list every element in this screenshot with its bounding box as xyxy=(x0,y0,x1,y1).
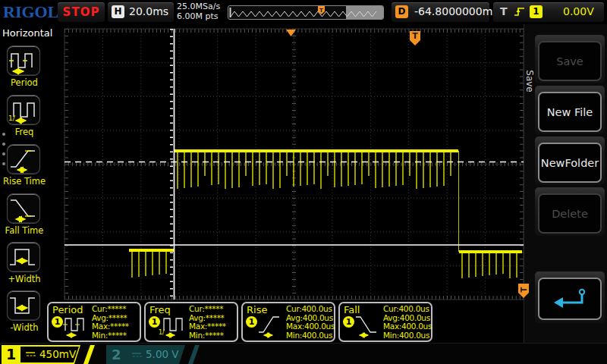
back-button[interactable] xyxy=(538,278,602,320)
freq-icon: 1/ xyxy=(158,311,188,341)
coupling-icon xyxy=(131,351,143,359)
measurement-box-freq: Freq 1 1/ Cur:***** Avg:***** Max:***** … xyxy=(144,302,238,342)
delay-group: D -64.8000000ms xyxy=(392,2,489,22)
fall-time-icon[interactable] xyxy=(7,193,40,224)
page-dot xyxy=(2,133,5,136)
sidebar-item-rise-time[interactable]: Rise Time xyxy=(0,144,49,191)
d-badge: D xyxy=(395,5,408,18)
plus-width-icon[interactable] xyxy=(7,242,40,272)
measurement-stats: Cur:***** Avg:***** Max:***** Min:***** xyxy=(189,305,239,340)
channel-1-status: 1 450mV xyxy=(2,345,100,364)
save-button[interactable]: Save xyxy=(538,41,602,81)
sidebar-item-period[interactable]: Period xyxy=(0,46,49,93)
measurement-box-rise: Rise 1 Cur:400.0us Avg:400.0us Max:400.0… xyxy=(241,302,335,342)
measure-sidebar: Horizontal Period 1/ Freq xyxy=(0,24,49,343)
waveform-thumbnail[interactable]: T xyxy=(228,5,384,20)
measurement-box-period: Period 1 Cur:***** Avg:***** Max:***** M… xyxy=(47,302,141,342)
ch1-waveform xyxy=(129,151,522,278)
trigger-slope-icon xyxy=(513,5,527,18)
measurement-stats: Cur:400.0us Avg:400.0us Max:400.0us Min:… xyxy=(383,305,433,340)
rigol-logo: RIGOL xyxy=(3,2,58,22)
run-state-indicator[interactable]: STOP xyxy=(58,2,105,22)
timebase-value: 20.0ms xyxy=(129,5,168,17)
sample-rate: 25.0MSa/s xyxy=(177,2,220,11)
channel-1-number: 1 xyxy=(6,346,16,362)
sidebar-item-freq[interactable]: 1/ Freq xyxy=(0,95,49,142)
minus-width-icon[interactable] xyxy=(7,290,40,321)
delete-button[interactable]: Delete xyxy=(538,193,602,234)
thumbnail-trigger-marker-icon: T xyxy=(318,6,325,14)
channel-1-scale: 450mV xyxy=(39,348,76,360)
measurement-box-fall: Fall 1 Cur:400.0us Avg:400.0us Max:400.0… xyxy=(338,302,432,342)
top-status-bar: RIGOL STOP H 20.0ms 25.0MSa/s 6.00M pts … xyxy=(0,0,607,24)
svg-text:T: T xyxy=(412,31,418,41)
svg-text:1/: 1/ xyxy=(8,115,16,122)
rise-time-icon[interactable] xyxy=(7,144,40,174)
channel-status-bar: 1 450mV 2 5.00 V xyxy=(0,343,607,364)
channel-2-stripe xyxy=(188,345,200,364)
fall-icon xyxy=(352,311,382,341)
rise-icon xyxy=(255,311,285,341)
memory-depth: 6.00M pts xyxy=(177,11,220,21)
h-badge: H xyxy=(112,5,124,18)
measurement-stats: Cur:***** Avg:***** Max:***** Min:***** xyxy=(92,305,142,340)
acquisition-info: 25.0MSa/s 6.00M pts xyxy=(177,2,220,21)
page-dot xyxy=(2,152,5,155)
trigger-position-marker-icon xyxy=(410,31,420,46)
graticule xyxy=(64,29,524,300)
sidebar-item-nwidth[interactable]: -Width xyxy=(0,290,49,337)
t-badge: T xyxy=(500,5,508,17)
new-file-button[interactable]: New File xyxy=(538,92,602,132)
trigger-source-badge: 1 xyxy=(530,5,543,18)
trigger-group: T 1 0.00V xyxy=(493,2,604,22)
return-icon xyxy=(550,287,590,311)
menu-tab-save: Save xyxy=(524,64,535,99)
channel-2-number: 2 xyxy=(112,347,121,362)
channel-1-stripe xyxy=(83,345,96,364)
trigger-level-value: 0.00V xyxy=(563,5,594,17)
trigger-markers: TT xyxy=(286,30,529,298)
save-menu-panel: Save Save New File NewFolder Delete xyxy=(524,24,607,343)
sidebar-item-pwidth[interactable]: +Width xyxy=(0,242,49,289)
measure-cursors xyxy=(64,29,524,300)
center-position-marker-icon xyxy=(286,30,296,36)
new-folder-button[interactable]: NewFolder xyxy=(538,143,602,183)
period-icon xyxy=(61,311,91,341)
sidebar-item-fall-time[interactable]: Fall Time xyxy=(0,193,49,240)
coupling-icon xyxy=(25,350,36,359)
svg-text:T: T xyxy=(319,8,323,14)
horizontal-timebase-group: H 20.0ms xyxy=(108,2,174,22)
measurement-stats: Cur:400.0us Avg:400.0us Max:400.0us Min:… xyxy=(286,305,336,340)
delay-value: -64.8000000ms xyxy=(414,5,498,17)
channel-2-status: 2 5.00 V xyxy=(106,345,205,364)
channel-2-scale: 5.00 V xyxy=(146,348,179,360)
page-dot xyxy=(2,162,5,165)
thumbnail-waveform: T xyxy=(228,6,383,19)
period-icon[interactable] xyxy=(7,46,40,76)
freq-icon[interactable]: 1/ xyxy=(7,95,40,125)
svg-text:1/: 1/ xyxy=(159,329,165,336)
page-dot xyxy=(2,143,5,146)
measure-category-title: Horizontal xyxy=(2,27,52,39)
